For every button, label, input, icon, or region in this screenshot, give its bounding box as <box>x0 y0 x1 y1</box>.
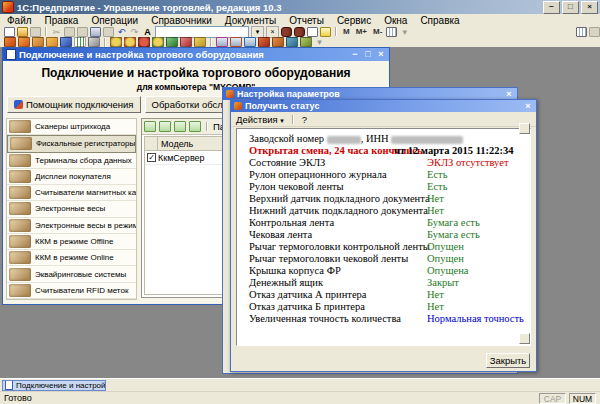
equipment-window-title-bar[interactable]: Подключение и настройка торгового оборуд… <box>3 48 389 61</box>
delete-device-icon[interactable] <box>189 121 201 132</box>
memory-minus-button[interactable]: М- <box>371 27 384 37</box>
sidebar-item-acquiring[interactable]: Эквайринговые системы <box>7 266 136 282</box>
scroll-bottom-button[interactable] <box>519 333 530 344</box>
copy-icon[interactable] <box>64 27 75 37</box>
settings-window-title: Настройка параметров <box>237 89 340 99</box>
search-dropdown-icon[interactable]: ▾ <box>251 26 264 38</box>
memory-plus-button[interactable]: М+ <box>354 27 369 37</box>
menu-windows[interactable]: Окна <box>384 15 407 26</box>
window-close-icon[interactable]: × <box>376 49 386 60</box>
status-close-icon[interactable]: × <box>523 101 533 112</box>
sidebar-item-scales-offline[interactable]: Электронные весы в режиме Offline <box>7 218 136 234</box>
orders-icon[interactable] <box>18 37 30 47</box>
money-in-icon[interactable] <box>152 37 164 47</box>
notes-icon[interactable] <box>320 27 331 37</box>
shift-alert-line: Открытая смена, 24 часа кончились. чт 12… <box>249 145 526 157</box>
close-status-button[interactable]: Закрыть <box>486 353 530 368</box>
find-next-icon[interactable] <box>281 27 292 37</box>
sales-icon[interactable] <box>32 37 44 47</box>
purchases-icon[interactable] <box>46 37 58 47</box>
sidebar-label: Дисплеи покупателя <box>35 172 111 181</box>
scroll-top-button[interactable] <box>519 123 530 134</box>
menu-documents[interactable]: Документы <box>225 15 277 26</box>
table-icon[interactable] <box>576 27 587 37</box>
window-minimize-icon[interactable]: − <box>350 49 360 60</box>
status-window-title-bar[interactable]: Получить статус × <box>231 100 536 112</box>
menu-help[interactable]: Справка <box>420 15 459 26</box>
menu-service[interactable]: Сервис <box>337 15 371 26</box>
report-sales-icon[interactable] <box>216 37 228 47</box>
copy-device-icon[interactable] <box>174 121 186 132</box>
menu-edit[interactable]: Правка <box>45 15 79 26</box>
print-preview-icon[interactable] <box>103 27 114 37</box>
menu-reports[interactable]: Отчеты <box>289 15 324 26</box>
sidebar-item-kkm-online[interactable]: ККМ в режиме Online <box>7 250 136 266</box>
help-menu[interactable]: ? <box>302 114 307 125</box>
grid-selector-column <box>145 137 158 150</box>
window-maximize-icon[interactable]: □ <box>363 49 373 60</box>
cash-expense-icon[interactable] <box>124 37 136 47</box>
menu-file[interactable]: Файл <box>7 15 32 26</box>
sidebar-item-scales[interactable]: Электронные весы <box>7 201 136 217</box>
new-document-icon[interactable] <box>4 27 15 37</box>
sidebar-item-kkm-offline[interactable]: ККМ в режиме Offline <box>7 234 136 250</box>
quick-search-input[interactable] <box>155 26 249 38</box>
edit-device-icon[interactable] <box>159 121 171 132</box>
calculator-icon[interactable] <box>386 27 397 37</box>
menu-bar: Файл Правка Операции Справочники Докумен… <box>0 14 600 26</box>
close-button[interactable]: × <box>581 1 598 14</box>
sidebar-item-card-readers[interactable]: Считыватели магнитных карт <box>7 185 136 201</box>
print-form-icon[interactable] <box>258 37 270 47</box>
memory-button[interactable]: М <box>341 27 352 37</box>
find-previous-icon[interactable] <box>294 27 305 37</box>
money-out-icon[interactable] <box>166 37 178 47</box>
maximize-button[interactable]: □ <box>562 1 579 14</box>
print-label-icon[interactable] <box>272 37 284 47</box>
service-icon[interactable] <box>300 37 312 47</box>
sidebar-label: ККМ в режиме Online <box>35 253 114 262</box>
customer-display-icon <box>9 170 31 183</box>
open-icon[interactable] <box>17 27 28 37</box>
device-enabled-checkbox[interactable]: ✓ <box>147 153 156 162</box>
actions-menu[interactable]: Действия ▾ <box>236 114 284 125</box>
toolbar2-more-icon[interactable]: ▾ <box>314 37 325 47</box>
menu-catalogs[interactable]: Справочники <box>151 15 212 26</box>
paste-icon[interactable] <box>77 27 88 37</box>
database-icon[interactable] <box>4 37 16 47</box>
connection-wizard-button[interactable]: Помощник подключения <box>7 96 141 113</box>
contractors-icon[interactable] <box>60 37 72 47</box>
search-clear-icon[interactable]: × <box>266 26 279 38</box>
status-window-menu: Действия ▾ ? <box>231 112 536 127</box>
separator <box>292 115 294 124</box>
menu-operations[interactable]: Операции <box>91 15 138 26</box>
print-icon[interactable] <box>90 27 101 37</box>
minimize-button[interactable]: − <box>543 1 560 14</box>
add-device-icon[interactable] <box>144 121 156 132</box>
sidebar-item-rfid-readers[interactable]: Считыватели RFID меток <box>7 283 136 299</box>
payment-icon[interactable] <box>138 37 150 47</box>
sidebar-item-fiscal-registrars[interactable]: Фискальные регистраторы (1/1) <box>7 135 136 152</box>
document-icon[interactable] <box>307 27 318 37</box>
cut-icon[interactable]: ✂ <box>51 27 62 37</box>
find-icon[interactable]: А <box>142 27 153 37</box>
redo-icon[interactable]: ↷ <box>129 27 140 37</box>
advance-report-icon[interactable] <box>194 37 206 47</box>
price-list-icon[interactable] <box>74 37 86 47</box>
sidebar-item-barcode-scanners[interactable]: Сканеры штрихкода <box>7 119 136 135</box>
save-icon[interactable] <box>30 27 41 37</box>
report-money-icon[interactable] <box>244 37 256 47</box>
toolbar-more-icon[interactable]: ▾ <box>399 27 410 37</box>
undo-icon[interactable]: ↶ <box>116 27 127 37</box>
sidebar-item-customer-displays[interactable]: Дисплеи покупателя <box>7 169 136 185</box>
sidebar-item-data-terminals[interactable]: Терминалы сбора данных <box>7 153 136 169</box>
status-row: Денежный ящикЗакрыт <box>249 277 526 289</box>
settings-close-icon[interactable]: × <box>504 89 514 100</box>
edit-icon[interactable] <box>88 37 100 47</box>
status-report-area: Заводской номер , ИНН Открытая смена, 24… <box>236 128 531 346</box>
table-settings-icon[interactable] <box>589 27 600 37</box>
report-stock-icon[interactable] <box>230 37 242 47</box>
cash-book-icon[interactable] <box>180 37 192 47</box>
cash-receipt-icon[interactable] <box>110 37 122 47</box>
exchange-icon[interactable] <box>286 37 298 47</box>
window-tab-equipment[interactable]: Подключение и настройка... <box>2 380 106 391</box>
